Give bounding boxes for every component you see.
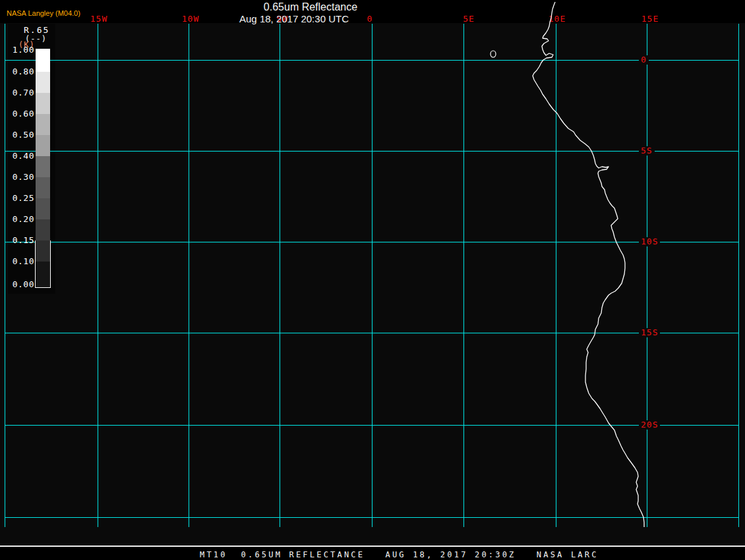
island-outline [491,51,496,57]
satellite-image-viewer: 15W10W5W05E10E15E 05S10S15S20S NASA Lang… [0,0,745,560]
page-title: 0.65um Reflectance [264,1,357,13]
footer-caption: MT10 0.65UM REFLECTANCE AUG 18, 2017 20:… [200,550,599,559]
timestamp-subtitle: Aug 18, 2017 20:30 UTC [239,13,349,24]
coastline-path [533,2,644,527]
nasa-langley-credit: NASA Langley (M04.0) [7,9,80,17]
map-canvas [0,0,745,560]
